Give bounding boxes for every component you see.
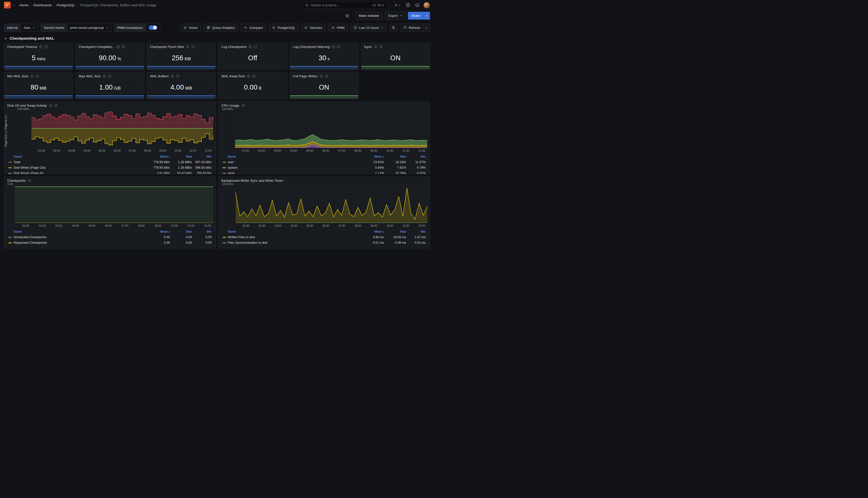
info-icon[interactable] <box>117 45 120 49</box>
legend-col-name[interactable]: Name <box>222 155 358 158</box>
breadcrumb-item-dashboards[interactable]: Dashboards <box>34 3 52 7</box>
legend-col-mean[interactable]: Mean▾ <box>144 230 170 233</box>
legend-col-max[interactable]: Max <box>384 230 406 233</box>
nav-button-services[interactable]: Services <box>301 24 325 31</box>
panel-title[interactable]: CPU Usage <box>221 104 239 107</box>
chart-plot[interactable] <box>236 184 427 223</box>
nav-button-postgresql[interactable]: PostgreSQL <box>269 24 299 31</box>
external-link-icon[interactable] <box>379 45 383 49</box>
make-editable-button[interactable]: Make editable <box>355 12 383 19</box>
external-link-icon[interactable] <box>36 75 39 78</box>
external-link-icon[interactable] <box>44 45 48 49</box>
legend-col-max[interactable]: Max <box>170 230 192 233</box>
time-range-picker[interactable]: Last 12 hours <box>350 24 387 31</box>
panel-title[interactable]: fsync <box>364 45 372 49</box>
external-link-icon[interactable] <box>176 75 179 78</box>
star-button[interactable] <box>344 13 350 19</box>
legend-row-written-files-to-disk[interactable]: Written Files to disk4.88 ms16.05 ms1.67… <box>222 234 426 240</box>
nav-button-compare[interactable]: Compare <box>241 24 266 31</box>
add-button[interactable] <box>393 2 402 8</box>
panel-title[interactable]: Background Writer Sync and Write Times <box>221 179 283 183</box>
legend-col-name[interactable]: Name <box>8 230 144 233</box>
legend-row-user[interactable]: user13.62%18.18%11.07% <box>222 159 426 165</box>
legend-row-disk-writes-page-out[interactable]: Disk Writes (Page Out)776.55 kB/s1.28 MB… <box>8 165 212 170</box>
nav-button-pmm[interactable]: PMM <box>328 24 348 31</box>
legend-col-mean[interactable]: Mean▾ <box>358 155 384 158</box>
external-link-icon[interactable] <box>191 45 195 49</box>
legend-col-min[interactable]: Min <box>406 230 426 233</box>
pmm-annotations-toggle[interactable] <box>149 25 157 30</box>
pmm-logo[interactable] <box>4 2 11 9</box>
info-icon[interactable] <box>171 75 174 78</box>
legend-series-name[interactable]: Written Files to disk <box>228 235 255 239</box>
info-icon[interactable] <box>49 104 52 107</box>
legend-series-name[interactable]: Disk Writes (Page Out) <box>14 166 46 169</box>
legend-col-min[interactable]: Min <box>406 155 426 158</box>
info-icon[interactable] <box>249 45 252 49</box>
nav-button-query-analytics[interactable]: Query Analytics <box>204 24 238 31</box>
info-icon[interactable] <box>28 179 31 182</box>
zoom-out-button[interactable] <box>389 24 397 31</box>
legend-col-min[interactable]: Min <box>192 230 212 233</box>
panel-title[interactable]: Checkpoints <box>7 179 26 183</box>
legend-col-max[interactable]: Max <box>170 155 192 158</box>
legend-series-name[interactable]: system <box>228 166 238 169</box>
interval-select[interactable]: Auto <box>21 24 38 31</box>
nav-button-home[interactable]: Home <box>180 24 201 31</box>
legend-row-files-synchronization-to-disk[interactable]: Files Synchronization to disk0.01 ms0.06… <box>222 240 426 246</box>
org-switcher-chevron-icon[interactable] <box>12 4 15 7</box>
legend-series-name[interactable]: Scheduled Checkpoints <box>14 235 47 239</box>
legend-col-max[interactable]: Max <box>384 155 406 158</box>
legend-row-system[interactable]: system5.93%7.61%4.79% <box>222 165 426 170</box>
external-link-icon[interactable] <box>254 45 257 49</box>
external-link-icon[interactable] <box>122 45 125 49</box>
panel-title[interactable]: Disk I/O and Swap Activity <box>7 104 47 107</box>
chart-plot[interactable] <box>15 184 213 223</box>
panel-title[interactable]: Max WAL Size <box>79 74 101 78</box>
export-button[interactable]: Export <box>385 12 406 19</box>
info-icon[interactable] <box>103 75 106 78</box>
legend-row-total[interactable]: Total778.56 kB/s1.28 MB/s397.43 kB/s <box>8 159 212 165</box>
legend-row-disk-reads-page-in[interactable]: Disk Reads (Page In)2.01 kB/s53.47 kB/s7… <box>8 170 212 174</box>
legend-row-scheduled-checkpoints[interactable]: Scheduled Checkpoints0.000.000.00 <box>8 234 212 240</box>
panel-title[interactable]: Full Page Writes <box>293 74 318 78</box>
panel-title[interactable]: Checkpoint Flush After <box>150 45 184 49</box>
legend-series-name[interactable]: Total <box>14 160 20 164</box>
legend-col-mean[interactable]: Mean▾ <box>358 230 384 233</box>
external-link-icon[interactable] <box>252 75 256 78</box>
search-input[interactable]: Search or jump to... ⌘+k <box>302 1 387 9</box>
legend-series-name[interactable]: Requested Checkpoints <box>14 241 47 245</box>
info-icon[interactable] <box>247 75 250 78</box>
legend-col-min[interactable]: Min <box>192 155 212 158</box>
info-icon[interactable] <box>241 104 245 107</box>
info-icon[interactable] <box>332 45 335 49</box>
service-name-select[interactable]: pmm-server-postgresql <box>67 24 112 31</box>
refresh-interval-button[interactable] <box>424 24 430 31</box>
external-link-icon[interactable] <box>54 104 57 107</box>
legend-series-name[interactable]: user <box>228 160 234 164</box>
legend-row-steal[interactable]: steal1.17%10.76%0.02% <box>222 170 426 174</box>
panel-title[interactable]: WAL Keep Size <box>221 74 245 78</box>
info-icon[interactable] <box>30 75 34 78</box>
info-icon[interactable] <box>186 45 190 49</box>
panel-title[interactable]: Log Checkpoint Warning <box>293 45 330 49</box>
avatar[interactable] <box>424 2 430 9</box>
share-menu-button[interactable] <box>423 12 430 19</box>
chart-plot[interactable] <box>31 109 213 148</box>
panel-title[interactable]: Min WAL Size <box>7 74 28 78</box>
external-link-icon[interactable] <box>325 75 328 78</box>
help-button[interactable] <box>405 2 411 8</box>
monitor-button[interactable] <box>414 2 420 8</box>
info-icon[interactable] <box>374 45 377 49</box>
share-button[interactable]: Share <box>408 12 423 19</box>
legend-series-name[interactable]: Files Synchronization to disk <box>228 241 268 245</box>
legend-row-requested-checkpoints[interactable]: Requested Checkpoints0.000.000.00 <box>8 240 212 246</box>
legend-col-mean[interactable]: Mean▾ <box>144 155 170 158</box>
legend-series-name[interactable]: steal <box>228 171 234 174</box>
refresh-button[interactable]: Refresh <box>400 24 424 31</box>
panel-title[interactable]: Checkpoint Timeout <box>7 45 37 49</box>
chart-plot[interactable] <box>235 109 427 148</box>
panel-title[interactable]: WAL Buffers <box>150 74 169 78</box>
legend-col-name[interactable]: Name <box>222 230 358 233</box>
legend-col-name[interactable]: Name <box>8 155 144 158</box>
